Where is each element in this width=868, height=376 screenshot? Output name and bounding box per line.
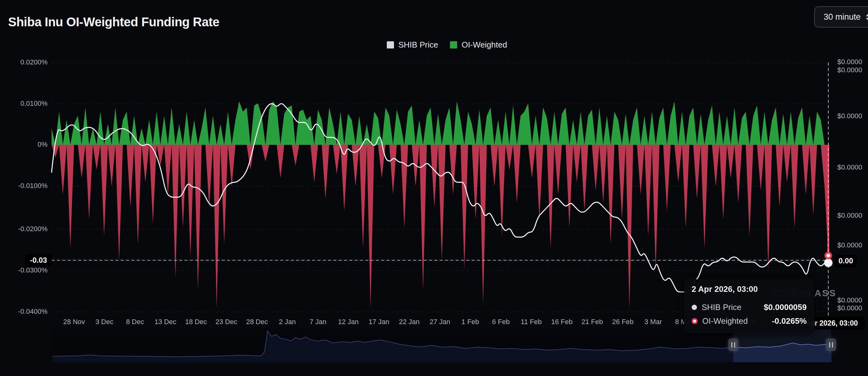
right-axis-tick: $0.0000 xyxy=(837,211,862,220)
x-axis-tick: 13 Dec xyxy=(154,318,176,326)
tooltip-row-label: OI-Weighted xyxy=(702,316,748,326)
left-axis-tick: -0.0100% xyxy=(0,182,48,190)
right-axis-tick: $0.0000 xyxy=(837,296,862,305)
x-axis-tick: 16 Feb xyxy=(551,318,573,326)
right-axis-tick: $0.0000 xyxy=(837,66,862,74)
x-axis-tick: 23 Dec xyxy=(215,318,237,326)
chart-tooltip: 2 Apr 2026, 03:00 SHIB Price $0.0000059 … xyxy=(684,279,814,333)
x-axis-tick: 2 Jan xyxy=(279,318,296,326)
x-axis-tick: 3 Dec xyxy=(95,318,113,326)
tooltip-row-shib-price: SHIB Price $0.0000059 xyxy=(692,300,807,314)
tooltip-row-label: SHIB Price xyxy=(702,302,741,312)
x-axis-tick: 28 Dec xyxy=(246,318,268,326)
x-axis-tick: 21 Feb xyxy=(582,318,603,326)
x-axis-tick: 22 Jan xyxy=(399,318,420,326)
left-axis-tick: 0% xyxy=(0,141,48,149)
x-axis-tick: 7 Jan xyxy=(310,318,327,326)
left-axis-tick: 0.0200% xyxy=(0,58,48,66)
tooltip-date: 2 Apr 2026, 03:00 xyxy=(692,284,807,294)
right-axis-tick: $0.0000 xyxy=(837,304,862,312)
x-axis-tick: 6 Feb xyxy=(492,318,510,326)
x-axis-tick: 26 Feb xyxy=(612,318,634,326)
right-axis-tick: $0.0000 xyxy=(837,58,862,66)
right-axis-tick: $0.0000 xyxy=(837,112,862,120)
tooltip-row-oi-weighted: OI-Weighted -0.0265% xyxy=(692,314,807,328)
x-axis-tick: 11 Feb xyxy=(521,318,542,326)
tooltip-row-value: $0.0000059 xyxy=(764,302,807,312)
left-axis-tick: -0.0400% xyxy=(0,308,48,316)
x-axis-tick: 18 Dec xyxy=(185,318,207,326)
crosshair-y-label-right: 0.00 xyxy=(835,255,857,267)
navigator-handle-right[interactable] xyxy=(826,339,836,351)
left-axis-tick: 0.0100% xyxy=(0,99,48,108)
oi-weighted-dot-icon xyxy=(692,318,698,324)
right-axis-tick: $0.0000 xyxy=(837,241,862,249)
x-axis-tick: 27 Jan xyxy=(430,318,450,326)
left-axis-tick: -0.0300% xyxy=(0,266,48,274)
x-axis-tick: 1 Feb xyxy=(462,318,479,326)
navigator-handle-left[interactable] xyxy=(728,339,738,351)
right-axis-tick: $0.0000 xyxy=(837,163,862,171)
x-axis-tick: 8 Dec xyxy=(126,318,144,326)
x-axis-tick: 28 Nov xyxy=(63,318,85,326)
x-axis-tick: 12 Jan xyxy=(338,318,359,326)
x-axis-tick: 3 Mar xyxy=(645,318,662,326)
crosshair-y-label-left: -0.03 xyxy=(25,254,52,266)
shib-price-dot-icon xyxy=(692,305,697,310)
left-axis-tick: -0.0200% xyxy=(0,225,48,233)
funding-rate-page: Shiba Inu OI-Weighted Funding Rate 30 mi… xyxy=(0,0,868,376)
tooltip-row-value: -0.0265% xyxy=(772,316,807,326)
x-axis-tick: 17 Jan xyxy=(369,318,389,326)
